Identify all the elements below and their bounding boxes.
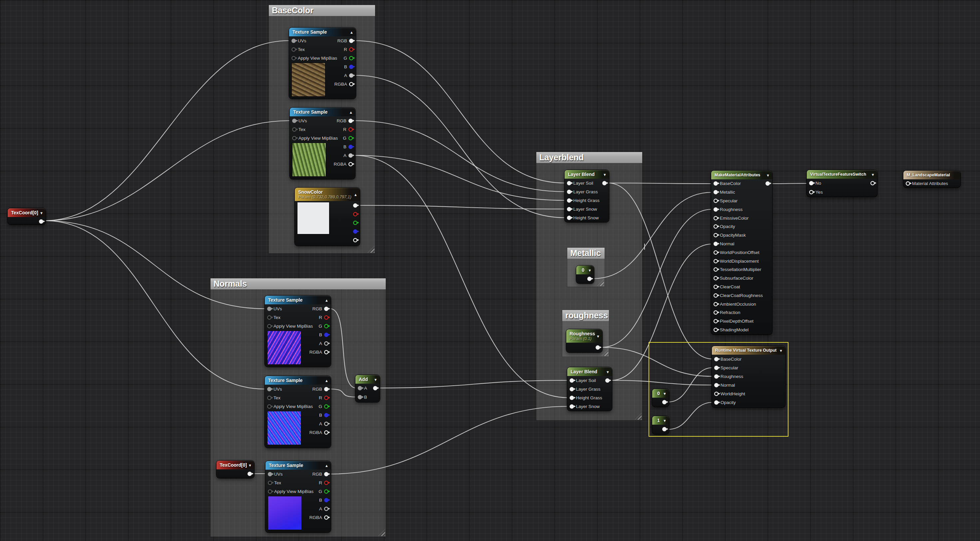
node-runtime-virtual-texture-output[interactable]: Runtime Virtual Texture Output▼BaseColor… — [712, 346, 785, 407]
node-virtual-texture-feature-switch[interactable]: VirtualTextureFeatureSwitch▼NoYes — [807, 170, 877, 197]
pin-r-output[interactable] — [348, 127, 353, 132]
wire[interactable] — [355, 41, 565, 183]
pin-out-output[interactable] — [870, 181, 875, 185]
pin-a-output[interactable] — [324, 342, 328, 346]
pin-rgb-output[interactable] — [324, 387, 328, 391]
node-header[interactable]: TexCoord[0]▼ — [8, 208, 46, 217]
node-header[interactable]: SnowColorParam (0.732,0.789,0.797,1)▲ — [295, 188, 360, 201]
node-texture-sample-normal-soil[interactable]: Texture Sample▲UVsRGBTexRApply View MipB… — [265, 296, 331, 367]
dropdown-arrow-icon[interactable]: ▼ — [248, 463, 252, 467]
pin-rgba-output[interactable] — [324, 350, 328, 354]
pin-g-output[interactable] — [349, 56, 353, 60]
pin-shadingmodel-input[interactable] — [714, 328, 718, 332]
pin-rgba-output[interactable] — [324, 515, 328, 520]
node-header[interactable]: Texture Sample▲ — [290, 108, 355, 116]
collapse-arrow-icon[interactable]: ▲ — [325, 298, 328, 302]
wire[interactable] — [359, 205, 565, 209]
node-header[interactable]: Add▼ — [355, 375, 380, 384]
wire[interactable] — [330, 309, 356, 388]
pin-b-output[interactable] — [348, 145, 353, 149]
wire[interactable] — [44, 121, 289, 221]
pin-roughness-input[interactable] — [714, 207, 718, 212]
pin-normal-input[interactable] — [714, 242, 718, 246]
dropdown-arrow-icon[interactable]: ▼ — [374, 378, 377, 381]
pin-out-output[interactable] — [373, 386, 377, 390]
node-layer-blend-color[interactable]: Layer Blend▼Layer SoilLayer GrassHeight … — [565, 170, 609, 222]
wire[interactable] — [355, 121, 565, 192]
pin-b-output[interactable] — [324, 413, 328, 417]
pin-rgb-output[interactable] — [348, 119, 353, 123]
pin-roughness-input[interactable] — [714, 374, 719, 379]
pin-normal-input[interactable] — [714, 383, 719, 387]
pin-specular-input[interactable] — [714, 199, 718, 203]
pin-height-grass-input[interactable] — [570, 396, 574, 400]
wire[interactable] — [355, 155, 568, 398]
node-make-material-attributes[interactable]: MakeMaterialAttributes▼BaseColorMetallic… — [711, 171, 772, 334]
pin-layer-soil-input[interactable] — [570, 378, 574, 383]
node-header[interactable]: M_LandscapeMaterial — [904, 171, 960, 179]
pin-uvs-input[interactable] — [292, 119, 296, 123]
pin-rgba-output[interactable] — [348, 162, 353, 166]
pin-g-output[interactable] — [324, 324, 328, 328]
node-m-landscapematerial[interactable]: M_LandscapeMaterialMaterial Attributes — [904, 171, 960, 187]
pin-out-output[interactable] — [353, 229, 358, 234]
wire[interactable] — [44, 41, 288, 221]
wire[interactable] — [611, 380, 713, 385]
collapse-arrow-icon[interactable]: ▲ — [325, 464, 328, 468]
pin-tex-input[interactable] — [268, 481, 272, 485]
pin-apply-view-mipbias-input[interactable] — [292, 136, 296, 140]
pin-rgb-output[interactable] — [324, 306, 328, 311]
node-header[interactable]: Texture Sample▲ — [265, 296, 331, 304]
pin-tex-input[interactable] — [267, 396, 272, 400]
node-header[interactable]: Layer Blend▼ — [565, 170, 609, 179]
pin-basecolor-input[interactable] — [714, 357, 719, 361]
pin-tex-input[interactable] — [267, 315, 272, 320]
pin-refraction-input[interactable] — [714, 310, 718, 315]
node-layer-blend-normal[interactable]: Layer Blend▼Layer SoilLayer GrassHeight … — [567, 367, 612, 411]
node-header[interactable]: Layer Blend▼ — [567, 367, 612, 376]
node-texture-sample-grass[interactable]: Texture Sample▲UVsRGBTexRApply View MipB… — [290, 108, 355, 179]
pin-height-snow-input[interactable] — [567, 215, 571, 220]
pin-emissivecolor-input[interactable] — [714, 216, 718, 220]
pin-out-output[interactable] — [596, 345, 600, 349]
pin-subsurfacecolor-input[interactable] — [714, 276, 718, 280]
pin-out-output[interactable] — [39, 219, 43, 223]
wire[interactable] — [355, 75, 565, 218]
node-header[interactable]: Texture Sample▲ — [266, 461, 331, 470]
pin-height-grass-input[interactable] — [567, 198, 571, 203]
pin-b-output[interactable] — [349, 65, 353, 69]
wire[interactable] — [44, 221, 264, 389]
dropdown-arrow-icon[interactable]: ▼ — [779, 349, 783, 352]
pin-worldpositionoffset-input[interactable] — [714, 251, 718, 255]
pin-uvs-input[interactable] — [267, 387, 272, 391]
node-roughness-param[interactable]: RoughnessParam (0.1)▼ — [566, 329, 602, 352]
pin-a-output[interactable] — [348, 153, 353, 158]
pin-out-output[interactable] — [662, 427, 667, 431]
pin-out-output[interactable] — [602, 181, 606, 185]
node-header[interactable]: MakeMaterialAttributes▼ — [711, 171, 772, 179]
pin-out-output[interactable] — [587, 277, 592, 281]
pin-r-output[interactable] — [324, 396, 328, 400]
wire[interactable] — [608, 183, 713, 359]
pin-specular-input[interactable] — [714, 365, 719, 370]
dropdown-arrow-icon[interactable]: ▼ — [588, 268, 592, 272]
pin-out-output[interactable] — [353, 238, 358, 243]
node-header[interactable]: 0▼ — [576, 266, 594, 274]
pin-out-output[interactable] — [353, 212, 358, 216]
pin-layer-snow-input[interactable] — [570, 404, 574, 409]
pin-worldheight-input[interactable] — [714, 392, 719, 396]
pin-a-output[interactable] — [324, 507, 328, 511]
pin-uvs-input[interactable] — [267, 306, 272, 311]
pin-tex-input[interactable] — [291, 47, 296, 52]
pin-b-input[interactable] — [358, 395, 362, 399]
pin-layer-soil-input[interactable] — [567, 181, 571, 185]
pin-layer-grass-input[interactable] — [567, 190, 571, 194]
pin-tex-input[interactable] — [292, 127, 296, 132]
node-rvt-constant-0[interactable]: 0▼ — [652, 389, 669, 407]
pin-rgba-output[interactable] — [349, 82, 353, 86]
pin-opacity-input[interactable] — [714, 401, 719, 405]
pin-out-output[interactable] — [605, 378, 609, 383]
pin-tessellationmultiplier-input[interactable] — [714, 267, 718, 272]
pin-rgba-output[interactable] — [324, 430, 328, 435]
pin-out-output[interactable] — [248, 472, 252, 476]
